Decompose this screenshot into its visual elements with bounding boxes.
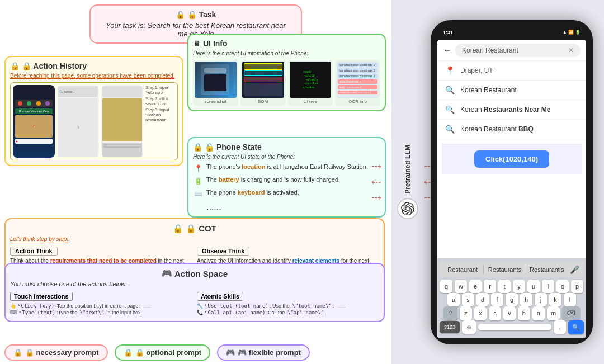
phone-img-1: Discover Mountain View 🍖 ▶ [13, 85, 55, 158]
key-123[interactable]: ?123 [440, 321, 460, 333]
suggestion-item-0[interactable]: 📍 Draper, UT [437, 61, 586, 81]
ui-info-box: 🖥 UI Info Here is the current UI infomat… [187, 34, 386, 111]
phone-notch: 1:31 ▲ 📶 🔋 [437, 27, 586, 38]
kbd-suggest-3[interactable]: Restaurant's [526, 265, 568, 274]
mic-icon[interactable]: 🎤 [568, 264, 582, 275]
click-btn-container: Click(1020,140) [442, 144, 582, 174]
kbd-row-3: ⇧ z x c v b n m ⌫ [440, 306, 584, 320]
key-w[interactable]: w [455, 280, 467, 293]
key-r[interactable]: r [484, 280, 496, 293]
kbd-row-1: q w e r t y u i o p [440, 280, 584, 293]
key-emoji[interactable]: ☺ [462, 320, 476, 334]
atomic-item-1: 🔧 *Use tool (tool name): Use the \"tool … [197, 303, 379, 309]
suggestion-text-3: Korean Restaurant BBQ [460, 125, 534, 133]
battery-highlight: battery [219, 176, 239, 183]
right-arrow-2: ⤏ [371, 175, 381, 190]
steps-row: Step1: open Yelp app Step2: click search… [145, 85, 175, 122]
action-space-subtitle: You must choose one of the actions below… [10, 281, 379, 287]
ocr-preview: Icon description:coordinate 1 Icon descr… [337, 62, 379, 98]
ui-info-title: 🖥 UI Info [193, 39, 380, 48]
location-pin-icon: 📍 [445, 66, 455, 75]
key-a[interactable]: a [447, 293, 460, 306]
key-e[interactable]: e [469, 280, 482, 293]
suggestion-item-3[interactable]: 🔍 Korean Restaurant BBQ [437, 120, 586, 139]
key-t[interactable]: t [498, 280, 511, 293]
phone-img-3 [101, 85, 143, 158]
action-history-content: Discover Mountain View 🍖 ▶ [10, 82, 178, 160]
action-history-box: 🔒 🔒 Action History Before reaching this … [4, 56, 183, 166]
battery-icon: 🔋 [193, 176, 203, 186]
lock-icon-2: 🔒 [10, 62, 20, 70]
ui-info-title-text: UI Info [203, 39, 228, 48]
key-shift[interactable]: ⇧ [443, 306, 457, 320]
chatgpt-icon [397, 198, 418, 219]
touch-item-1: 👆 *Click (x,y):Tap the position (x,y) in… [10, 303, 192, 309]
key-m[interactable]: m [547, 306, 560, 320]
key-y[interactable]: y [513, 280, 525, 293]
search-icon-2: 🔍 [445, 105, 455, 114]
key-k[interactable]: k [549, 293, 561, 306]
phone-toolbar: ← Korean Restaurant ✕ [437, 40, 586, 61]
key-u[interactable]: u [527, 280, 540, 293]
ocr-item-5: text2:coordinate 2 [338, 85, 378, 89]
cursor-icon: 👆 [10, 303, 16, 309]
location-highlight: location [242, 163, 265, 170]
key-q[interactable]: q [440, 280, 452, 293]
clear-button[interactable]: ✕ [568, 46, 574, 54]
left-panel: 🔒 🔒 Task Your task is: Search for the be… [0, 0, 391, 364]
keyboard-highlight: keyboard [238, 189, 265, 196]
ocr-item-6: korean-restaurant: text3 coord 3 [338, 91, 378, 94]
touch-item-2: ⌨ *Type (text):Type the \"text\" in the … [10, 310, 192, 315]
main-container: 🔒 🔒 Task Your task is: Search for the be… [0, 0, 604, 364]
suggestion-text-2: Korean Restaurants Near Me [460, 106, 550, 114]
atomic-text-2: *Call api (api name):Call the \"api name… [205, 310, 327, 315]
search-bar[interactable]: Korean Restaurant ✕ [455, 44, 581, 57]
flexible-legend: 🎮 🎮 flexible prompt [217, 344, 310, 361]
suggestion-text-1: Korean Restaurant [460, 86, 517, 94]
key-v[interactable]: v [503, 306, 516, 320]
state-text-battery: The battery is charging and is now fully… [206, 176, 340, 183]
key-g[interactable]: g [506, 293, 518, 306]
kbd-suggest-1[interactable]: Restaurant [442, 265, 484, 274]
touch-text-1: *Click (x,y):Tap the position (x,y) in c… [18, 303, 140, 309]
lock-icon-opt: 🔒 [124, 348, 133, 357]
touch-col: Touch Interactions 👆 *Click (x,y):Tap th… [10, 291, 192, 316]
back-arrow[interactable]: ← [443, 45, 452, 55]
key-i[interactable]: i [542, 280, 554, 293]
lock-icon-cot: 🔒 [173, 224, 183, 234]
key-period[interactable]: . [554, 320, 566, 334]
key-o[interactable]: o [556, 280, 569, 293]
suggestion-item-1[interactable]: 🔍 Korean Restaurant [437, 81, 586, 100]
phone-screen-1: Discover Mountain View 🍖 ▶ [13, 85, 55, 158]
right-arrow-3: ⤏ [371, 191, 381, 205]
key-h[interactable]: h [520, 293, 532, 306]
kbd-suggest-2[interactable]: Restaurants [484, 265, 526, 274]
key-b[interactable]: b [518, 306, 530, 320]
som-label: SOM [242, 99, 284, 104]
action-history-title-text: 🔒 Action History [22, 62, 87, 70]
key-p[interactable]: p [571, 280, 583, 293]
action-space-title: 🎮 Action Space [10, 268, 379, 278]
key-j[interactable]: j [535, 293, 547, 306]
optional-text: 🔒 optional prompt [135, 348, 202, 357]
suggestion-item-2[interactable]: 🔍 Korean Restaurants Near Me [437, 100, 586, 120]
gamepad-icon: 🎮 [162, 268, 172, 278]
task-title-text: 🔒 Task [187, 10, 216, 19]
key-f[interactable]: f [491, 293, 503, 306]
key-search[interactable]: 🔍 [568, 320, 584, 334]
key-n[interactable]: n [532, 306, 545, 320]
type-icon: ⌨ [10, 310, 17, 315]
key-z[interactable]: z [460, 306, 472, 320]
key-s[interactable]: s [462, 293, 474, 306]
key-space[interactable] [478, 324, 551, 330]
key-l[interactable]: l [564, 293, 576, 306]
key-x[interactable]: x [474, 306, 487, 320]
suggestion-list: 📍 Draper, UT 🔍 Korean Restaurant 🔍 Korea… [437, 61, 586, 258]
key-c[interactable]: c [489, 306, 501, 320]
key-backspace[interactable]: ⌫ [562, 306, 580, 320]
click-button[interactable]: Click(1020,140) [474, 150, 549, 168]
phone-time: 1:31 [443, 30, 453, 35]
state-item-battery: 🔋 The battery is charging and is now ful… [193, 176, 380, 186]
key-d[interactable]: d [476, 293, 489, 306]
flexible-text: 🎮 flexible prompt [238, 348, 301, 357]
